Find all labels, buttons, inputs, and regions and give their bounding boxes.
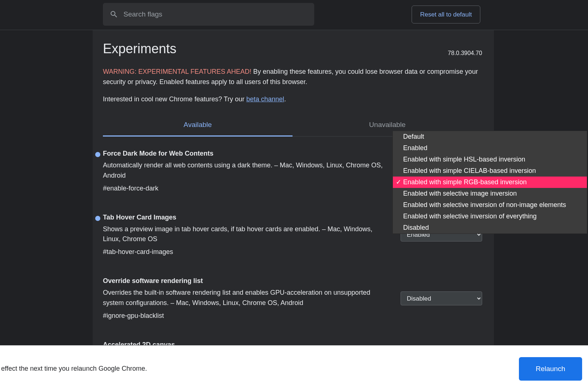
beta-prefix: Interested in cool new Chrome features? … xyxy=(103,95,246,103)
warning-text: WARNING: EXPERIMENTAL FEATURES AHEAD! By… xyxy=(103,67,482,87)
dropdown-option[interactable]: Enabled with simple CIELAB-based inversi… xyxy=(393,165,587,177)
flag-hash[interactable]: #tab-hover-card-images xyxy=(103,248,390,256)
flag-hash[interactable]: #enable-force-dark xyxy=(103,185,390,192)
dropdown-option[interactable]: Enabled xyxy=(393,142,587,154)
dropdown-option[interactable]: Disabled xyxy=(393,222,587,233)
relaunch-message: ur changes will take effect the next tim… xyxy=(0,365,147,373)
flag-desc: Automatically render all web contents us… xyxy=(103,160,390,181)
beta-line: Interested in cool new Chrome features? … xyxy=(103,95,482,103)
top-bar: Reset all to default xyxy=(0,0,588,30)
dropdown-option[interactable]: Enabled with selective image inversion xyxy=(393,188,587,199)
relaunch-bar: ur changes will take effect the next tim… xyxy=(0,345,588,392)
flag-desc: Shows a preview image in tab hover cards… xyxy=(103,224,390,245)
flag-title: Force Dark Mode for Web Contents xyxy=(103,150,390,157)
page-title: Experiments xyxy=(103,41,176,57)
flag-title: Tab Hover Card Images xyxy=(103,214,390,221)
relaunch-button[interactable]: Relaunch xyxy=(519,357,582,381)
page-header: Experiments 78.0.3904.70 xyxy=(103,41,482,57)
flag-info: Override software rendering list Overrid… xyxy=(103,277,401,320)
flag-desc: Overrides the built-in software renderin… xyxy=(103,288,390,308)
search-input[interactable] xyxy=(123,10,308,18)
dropdown-option[interactable]: Enabled with selective inversion of non-… xyxy=(393,199,587,211)
warning-red: WARNING: EXPERIMENTAL FEATURES AHEAD! xyxy=(103,68,251,75)
tab-available[interactable]: Available xyxy=(103,114,293,137)
flag-row: Override software rendering list Overrid… xyxy=(103,264,482,328)
beta-suffix: . xyxy=(284,95,286,103)
beta-channel-link[interactable]: beta channel xyxy=(246,95,284,103)
flag-title: Override software rendering list xyxy=(103,277,390,285)
dropdown-option[interactable]: Enabled with selective inversion of ever… xyxy=(393,211,587,222)
changed-dot-icon xyxy=(95,216,100,221)
flag-info: Tab Hover Card Images Shows a preview im… xyxy=(103,214,401,256)
search-icon xyxy=(110,10,118,19)
flag-select-dropdown: Default Enabled Enabled with simple HSL-… xyxy=(392,131,587,234)
flag-control: Disabled xyxy=(401,291,482,305)
dropdown-option-selected[interactable]: Enabled with simple RGB-based inversion xyxy=(393,177,587,188)
reset-all-button[interactable]: Reset all to default xyxy=(412,6,480,23)
search-box[interactable] xyxy=(103,3,314,26)
flag-select[interactable]: Disabled xyxy=(401,291,482,305)
flag-hash[interactable]: #ignore-gpu-blacklist xyxy=(103,312,390,320)
version-label: 78.0.3904.70 xyxy=(448,50,482,57)
dropdown-option[interactable]: Enabled with simple HSL-based inversion xyxy=(393,154,587,165)
flag-info: Force Dark Mode for Web Contents Automat… xyxy=(103,150,401,192)
changed-dot-icon xyxy=(95,152,100,157)
dropdown-option[interactable]: Default xyxy=(393,131,587,142)
